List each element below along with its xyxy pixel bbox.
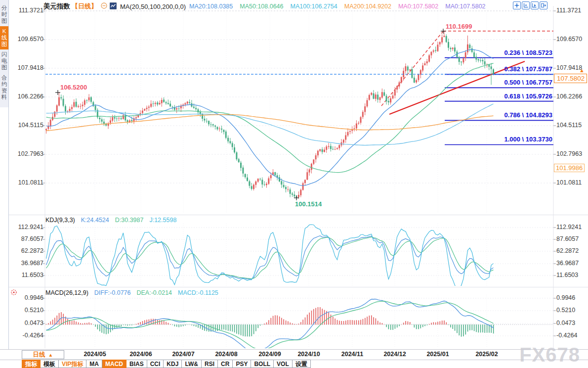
macd-title: MACD(26,12,9) <box>45 289 88 296</box>
price-up-arrow-icon: ▲ <box>579 67 585 73</box>
x-axis-row: 日线▲ 2024/052024/062024/072024/082024/092… <box>0 349 588 360</box>
tab-BOLL[interactable]: BOLL <box>251 360 274 368</box>
kdj-value-2: J:12.5598 <box>149 217 176 224</box>
x-tick-2024/12: 2024/12 <box>383 351 406 358</box>
x-tick-2024/07: 2024/07 <box>172 351 194 358</box>
ma-value-1: MA50:108.0646 <box>240 3 283 10</box>
macd-settings-icon[interactable] <box>10 289 17 298</box>
ma-value-5: MA0:107.5802 <box>445 3 485 10</box>
ma-value-4: MA0:107.5802 <box>398 3 438 10</box>
kdj-value-0: K:24.4524 <box>81 217 109 224</box>
indicator-chart-icon[interactable] <box>110 2 117 11</box>
kdj-value-1: D:30.3987 <box>115 217 144 224</box>
macd-value-0: DIFF:-0.0776 <box>94 289 131 296</box>
x-tick-2024/10: 2024/10 <box>297 351 320 358</box>
x-tick-2024/09: 2024/09 <box>258 351 281 358</box>
period-tag: 【日线】 <box>72 2 97 11</box>
ma-value-2: MA100:106.2754 <box>291 3 337 10</box>
macd-value-1: DEA:-0.0214 <box>136 289 172 296</box>
x-tick-2025/01: 2025/01 <box>426 351 449 358</box>
export-icon[interactable] <box>540 1 547 9</box>
x-tick-2025/02: 2025/02 <box>475 351 498 358</box>
tab-CR[interactable]: CR <box>218 360 233 368</box>
tab-指标[interactable]: 指标 <box>22 360 41 368</box>
macd-value-2: MACD:-0.1125 <box>178 289 218 296</box>
x-tick-2024/06: 2024/06 <box>129 351 152 358</box>
tab-RSI[interactable]: RSI <box>202 360 218 368</box>
kdj-title: KDJ(9,3,3) <box>45 217 75 224</box>
tab-VIP指标[interactable]: VIP指标 <box>59 360 86 368</box>
x-tick-2024/08: 2024/08 <box>215 351 237 358</box>
trading-app: 分时图K线图闪电图合约资料 美元指数【日线】 MA(20,50,100,200,… <box>0 0 588 368</box>
ma-values: MA20:108.0385MA50:108.0646MA100:106.2754… <box>189 3 486 10</box>
tab-VOL[interactable]: VOL <box>274 360 293 368</box>
ma-params-label[interactable]: MA(20,50,100,200,0,0) <box>120 3 186 10</box>
indicator-tab-bar: 指标模板VIP指标MAMACDBIASCCIKDJLW&RSICRPSYBOLL… <box>22 360 311 368</box>
macd-header[interactable]: MACD(26,12,9) DIFF:-0.0776DEA:-0.0214MAC… <box>45 289 218 296</box>
chart-canvas[interactable] <box>0 0 588 368</box>
tab-模板[interactable]: 模板 <box>41 360 59 368</box>
tab-设置[interactable]: 设置 <box>293 360 311 368</box>
panel-divider <box>9 287 588 287</box>
axis-scale-right-icon[interactable] <box>531 1 539 9</box>
axis-scale-left-icon[interactable] <box>522 1 530 9</box>
macd-values: DIFF:-0.0776DEA:-0.0214MACD:-0.1125 <box>94 289 218 296</box>
tab-LW&[interactable]: LW& <box>182 360 202 368</box>
period-arrow-icon: ▲ <box>48 352 53 358</box>
x-tick-2024/05: 2024/05 <box>84 351 106 358</box>
x-tick-2024/11: 2024/11 <box>341 351 364 358</box>
tab-BIAS[interactable]: BIAS <box>126 360 147 368</box>
sidebar-item-2[interactable]: 闪电图 <box>0 49 8 73</box>
secondary-price-label: 101.9986 <box>554 164 585 172</box>
ma-value-0: MA20:108.0385 <box>189 3 233 10</box>
symbol-title: 美元指数 <box>43 2 70 11</box>
tab-MA[interactable]: MA <box>86 360 102 368</box>
kdj-values: K:24.4524D:30.3987J:12.5598 <box>81 217 177 224</box>
ma-value-3: MA200:104.9202 <box>344 3 391 10</box>
chart-header: 美元指数【日线】 MA(20,50,100,200,0,0) MA20:108.… <box>43 1 486 11</box>
kdj-header[interactable]: KDJ(9,3,3) K:24.4524D:30.3987J:12.5598 <box>45 217 176 224</box>
chart-toolbar <box>513 1 547 9</box>
chart-type-sidebar: 分时图K线图闪电图合约资料 <box>0 0 9 349</box>
panel-divider <box>9 215 588 215</box>
sidebar-item-3[interactable]: 合约资料 <box>0 73 8 102</box>
tab-KDJ[interactable]: KDJ <box>164 360 182 368</box>
tab-MACD[interactable]: MACD <box>102 360 126 368</box>
move-icon[interactable] <box>513 1 521 9</box>
period-selector[interactable]: 日线▲ <box>22 350 64 359</box>
sidebar-item-0[interactable]: 分时图 <box>0 3 8 26</box>
tab-CCI[interactable]: CCI <box>147 360 164 368</box>
period-label: 日线 <box>33 351 45 359</box>
chart-svg <box>0 0 588 368</box>
collapse-indicator-icon[interactable] <box>101 2 107 10</box>
sidebar-item-1[interactable]: K线图 <box>0 26 8 49</box>
current-price-badge: 107.5802 <box>554 74 587 83</box>
tab-PSY[interactable]: PSY <box>233 360 251 368</box>
chart-type-list: 分时图K线图闪电图合约资料 <box>0 0 8 107</box>
